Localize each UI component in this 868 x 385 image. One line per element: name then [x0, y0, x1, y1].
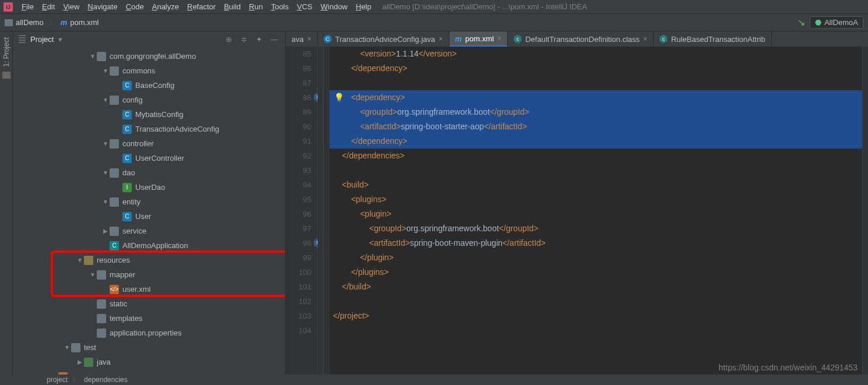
hide-icon[interactable]: — — [269, 35, 279, 44]
disclosure-arrow-icon[interactable]: ▶ — [50, 373, 58, 375]
error-stripe[interactable] — [862, 47, 868, 375]
line-number[interactable]: 88↻ — [286, 90, 311, 105]
close-icon[interactable]: × — [307, 35, 311, 43]
drag-handle-icon[interactable] — [19, 35, 26, 43]
code-line[interactable]: </project> — [329, 309, 862, 323]
menu-vcs[interactable]: VCS — [293, 2, 317, 11]
close-icon[interactable]: × — [438, 35, 442, 43]
tree-item[interactable]: CUser — [13, 209, 285, 224]
tree-item[interactable]: CMybatisConfig — [13, 107, 285, 122]
code-line[interactable]: </build> — [329, 280, 862, 294]
close-icon[interactable]: × — [497, 34, 501, 43]
tree-item[interactable]: ▼config — [13, 93, 285, 107]
line-number[interactable]: 99 — [286, 250, 311, 265]
disclosure-arrow-icon[interactable]: ▼ — [76, 257, 84, 263]
disclosure-arrow-icon[interactable]: ▼ — [101, 169, 110, 176]
tree-item[interactable]: ▶java — [13, 355, 285, 369]
target-icon[interactable]: ⊕ — [223, 35, 234, 44]
editor-tab[interactable]: CTransactionAdviceConfig.java× — [318, 31, 449, 47]
line-number[interactable]: 103 — [286, 309, 311, 323]
disclosure-arrow-icon[interactable]: ▼ — [63, 344, 71, 351]
tree-item[interactable]: CUserController — [13, 151, 285, 165]
line-number[interactable]: 98↻ — [286, 236, 311, 250]
tree-item[interactable]: CBaseConfig — [13, 78, 285, 93]
code-line[interactable] — [329, 76, 862, 90]
line-number[interactable]: 91 — [286, 134, 311, 149]
code-line[interactable]: <artifactId>spring-boot-maven-plugin</ar… — [329, 236, 862, 250]
tree-item[interactable]: ▼controller — [13, 136, 285, 151]
tree-item[interactable]: static — [13, 296, 285, 311]
disclosure-arrow-icon[interactable]: ▼ — [101, 68, 110, 74]
code-line[interactable] — [329, 323, 862, 338]
menu-help[interactable]: Help — [352, 2, 375, 11]
line-number[interactable]: 87 — [286, 76, 311, 90]
editor-breadcrumb[interactable]: project 〉 dependencies — [0, 375, 868, 385]
menu-edit[interactable]: Edit — [38, 2, 59, 11]
line-number[interactable]: 93 — [286, 163, 311, 178]
line-number[interactable]: 102 — [286, 294, 311, 309]
crumb-2[interactable]: dependencies — [84, 376, 128, 384]
tree-item[interactable]: </>user.xml — [13, 282, 285, 296]
editor-tab[interactable]: ava× — [286, 31, 318, 47]
code-line[interactable]: </dependency> — [329, 61, 862, 76]
menu-navigate[interactable]: Navigate — [83, 2, 121, 11]
code-line[interactable]: <dependency> — [329, 90, 862, 105]
tree-item[interactable]: ▼dao — [13, 165, 285, 180]
line-number[interactable]: 100 — [286, 265, 311, 280]
line-number[interactable]: 86 — [286, 61, 311, 76]
disclosure-arrow-icon[interactable]: ▶ — [101, 228, 110, 234]
code-line[interactable]: <groupId>org.springframework.boot</group… — [329, 105, 862, 119]
fold-strip[interactable] — [318, 47, 329, 375]
build-icon[interactable]: ↘ — [797, 17, 805, 28]
menu-analyze[interactable]: Analyze — [148, 2, 183, 11]
editor-tab[interactable]: cRuleBasedTransactionAttrib — [653, 31, 771, 47]
disclosure-arrow-icon[interactable]: ▼ — [89, 53, 97, 59]
code-line[interactable]: <plugins> — [329, 192, 862, 207]
code-line[interactable]: </dependency> — [329, 134, 862, 149]
code-line[interactable]: </dependencies> — [329, 149, 862, 163]
run-config-selector[interactable]: ⬣ AllDemoA — [810, 16, 863, 29]
line-gutter[interactable]: 85868788↻89909192939495969798↻9910010110… — [286, 47, 318, 375]
project-tree[interactable]: ▼com.gongrongfei.allDemo▼commonsCBaseCon… — [13, 47, 285, 375]
code-line[interactable]: <version>1.1.14</version> — [329, 47, 862, 61]
code-line[interactable]: <plugin> — [329, 207, 862, 221]
line-number[interactable]: 92 — [286, 149, 311, 163]
gear-icon[interactable]: ✦ — [254, 35, 264, 44]
line-number[interactable]: 94 — [286, 178, 311, 192]
disclosure-arrow-icon[interactable]: ▼ — [101, 140, 110, 147]
tree-item[interactable]: templates — [13, 311, 285, 326]
menu-file[interactable]: File — [17, 2, 38, 11]
disclosure-arrow-icon[interactable]: ▼ — [101, 199, 110, 205]
tree-item[interactable]: ▶service — [13, 224, 285, 238]
close-icon[interactable]: × — [643, 35, 647, 43]
line-number[interactable]: 96 — [286, 207, 311, 221]
tree-item[interactable]: ▼commons — [13, 63, 285, 78]
code-line[interactable]: </plugin> — [329, 250, 862, 265]
breadcrumb[interactable]: allDemo 〉 m pom.xml — [5, 17, 99, 28]
collapse-icon[interactable]: ≑ — [238, 35, 249, 44]
tree-item[interactable]: ▼entity — [13, 195, 285, 209]
tree-item[interactable]: ▼mapper — [13, 267, 285, 282]
tree-item[interactable]: ▶target — [13, 369, 285, 375]
menu-build[interactable]: Build — [220, 2, 245, 11]
code-line[interactable]: <artifactId>spring-boot-starter-aop</art… — [329, 119, 862, 134]
code-area[interactable]: 💡 <version>1.1.14</version> </dependency… — [329, 47, 862, 375]
menu-window[interactable]: Window — [317, 2, 352, 11]
menu-tools[interactable]: Tools — [267, 2, 293, 11]
disclosure-arrow-icon[interactable]: ▶ — [76, 359, 84, 365]
menu-run[interactable]: Run — [245, 2, 267, 11]
code-line[interactable]: <groupId>org.springframework.boot</group… — [329, 221, 862, 236]
tree-item[interactable]: application.properties — [13, 326, 285, 340]
line-number[interactable]: 104 — [286, 323, 311, 338]
line-number[interactable]: 90 — [286, 119, 311, 134]
menu-view[interactable]: View — [59, 2, 83, 11]
structure-tab-icon[interactable] — [2, 72, 10, 79]
disclosure-arrow-icon[interactable]: ▼ — [89, 271, 97, 278]
tree-item[interactable]: IUserDao — [13, 180, 285, 195]
code-line[interactable]: </plugins> — [329, 265, 862, 280]
code-line[interactable] — [329, 294, 862, 309]
crumb-1[interactable]: project — [47, 376, 68, 384]
line-number[interactable]: 89 — [286, 105, 311, 119]
line-number[interactable]: 101 — [286, 280, 311, 294]
menu-code[interactable]: Code — [122, 2, 148, 11]
